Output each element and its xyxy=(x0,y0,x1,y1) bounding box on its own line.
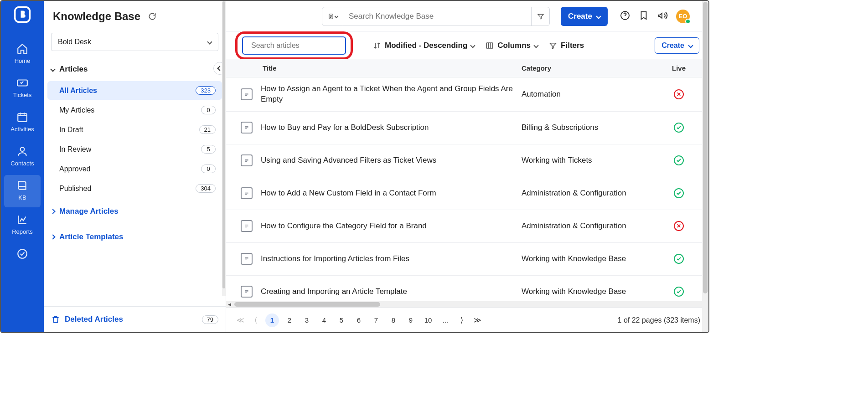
status-live-icon xyxy=(674,123,684,133)
pager-page[interactable]: 5 xyxy=(335,313,348,327)
deleted-label: Deleted Articles xyxy=(65,315,123,324)
columns-icon xyxy=(486,41,494,50)
status-live-icon xyxy=(674,254,684,264)
pager-page[interactable]: 4 xyxy=(317,313,331,327)
nav-label: Reports xyxy=(12,228,33,235)
nav-kb[interactable]: KB xyxy=(4,175,41,207)
category-item[interactable]: All Articles323 xyxy=(47,81,222,100)
manage-articles-link[interactable]: Manage Articles xyxy=(44,199,226,224)
svg-point-3 xyxy=(21,147,25,151)
link-label: Manage Articles xyxy=(59,207,119,216)
help-icon xyxy=(620,10,630,21)
pager-last[interactable]: ≫ xyxy=(471,316,483,324)
table-row[interactable]: Using and Saving Advanced Filters as Tic… xyxy=(226,144,708,177)
section-label: Articles xyxy=(59,65,88,74)
avatar-initials: EO xyxy=(679,13,687,20)
table-row[interactable]: How to Assign an Agent to a Ticket When … xyxy=(226,77,708,112)
app-logo[interactable] xyxy=(12,5,32,25)
nav-label: Tickets xyxy=(13,92,32,98)
category-item[interactable]: In Draft21 xyxy=(47,120,222,139)
col-live[interactable]: Live xyxy=(649,64,708,72)
global-search[interactable] xyxy=(322,7,550,26)
refresh-icon[interactable] xyxy=(148,12,157,21)
table-row[interactable]: Instructions for Importing Articles from… xyxy=(226,243,708,276)
category-label: Approved xyxy=(59,165,91,173)
funnel-icon xyxy=(549,41,557,50)
category-item[interactable]: My Articles0 xyxy=(47,101,222,119)
create-article-button[interactable]: Create xyxy=(655,37,699,54)
category-count: 0 xyxy=(201,164,216,173)
columns-button[interactable]: Columns xyxy=(486,41,538,50)
table-row[interactable]: Creating and Importing an Article Templa… xyxy=(226,276,708,301)
article-title: How to Add a New Custom Field in a Conta… xyxy=(261,188,522,199)
calendar-icon xyxy=(16,111,28,123)
nav-reports[interactable]: Reports xyxy=(4,209,41,242)
chevron-right-icon xyxy=(50,209,55,214)
category-label: In Draft xyxy=(59,126,83,134)
chevron-down-icon xyxy=(596,14,601,19)
deleted-articles-link[interactable]: Deleted Articles 79 xyxy=(44,306,226,332)
pager-page[interactable]: 3 xyxy=(300,313,314,327)
table-row[interactable]: How to Add a New Custom Field in a Conta… xyxy=(226,177,708,210)
grid-body: How to Assign an Agent to a Ticket When … xyxy=(226,77,708,301)
col-category[interactable]: Category xyxy=(522,64,649,72)
window-scrollbar[interactable] xyxy=(702,1,708,332)
article-title: How to Buy and Pay for a BoldDesk Subscr… xyxy=(261,123,522,133)
table-row[interactable]: How to Configure the Category Field for … xyxy=(226,210,708,243)
status-live-icon xyxy=(674,287,684,297)
nav-contacts[interactable]: Contacts xyxy=(4,141,41,173)
user-avatar[interactable]: EO xyxy=(676,10,690,23)
brand-select[interactable]: Bold Desk xyxy=(51,33,218,51)
global-search-input[interactable] xyxy=(343,12,531,21)
category-item[interactable]: Approved0 xyxy=(47,159,222,178)
sort-button[interactable]: Modified - Descending xyxy=(373,41,475,50)
nav-activities[interactable]: Activities xyxy=(4,107,41,139)
category-item[interactable]: Published304 xyxy=(47,179,222,198)
article-category: Working with Knowledge Base xyxy=(522,287,649,296)
article-templates-link[interactable]: Article Templates xyxy=(44,224,226,250)
nav-label: Activities xyxy=(10,126,34,133)
help-button[interactable] xyxy=(620,10,630,23)
article-search[interactable] xyxy=(242,36,346,55)
global-search-filter[interactable] xyxy=(531,7,549,26)
pager: ≪ ⟨ 12345678910...⟩≫ 1 of 22 pages (323 … xyxy=(226,308,708,332)
category-count: 5 xyxy=(201,145,216,154)
sidebar-scrollbar[interactable] xyxy=(222,1,226,296)
articles-section-header[interactable]: Articles xyxy=(44,58,226,80)
nav-tasks[interactable] xyxy=(4,243,41,260)
pager-next[interactable]: ⟩ xyxy=(456,316,468,324)
pager-page[interactable]: ... xyxy=(439,313,452,327)
pager-prev[interactable]: ⟨ xyxy=(250,316,262,324)
search-type-dropdown[interactable] xyxy=(322,7,343,26)
status-live-icon xyxy=(674,155,684,165)
person-icon xyxy=(16,145,28,157)
article-icon xyxy=(241,154,253,166)
svg-rect-8 xyxy=(487,43,493,48)
nav-home[interactable]: Home xyxy=(4,38,41,71)
category-count: 0 xyxy=(201,106,216,114)
link-label: Article Templates xyxy=(59,232,123,242)
filters-button[interactable]: Filters xyxy=(549,41,584,50)
col-title[interactable]: Title xyxy=(261,64,522,72)
create-button[interactable]: Create xyxy=(561,7,608,26)
nav-label: Contacts xyxy=(10,160,34,167)
book-icon xyxy=(16,180,28,191)
pager-page[interactable]: 1 xyxy=(265,313,279,327)
article-title: How to Assign an Agent to a Ticket When … xyxy=(261,84,522,105)
pager-page[interactable]: 7 xyxy=(369,313,383,327)
pager-page[interactable]: 10 xyxy=(421,313,435,327)
main-content: Create EO Modified - Descending xyxy=(226,1,708,332)
svg-point-4 xyxy=(18,249,27,258)
bookmark-button[interactable] xyxy=(639,10,649,22)
pager-first[interactable]: ≪ xyxy=(234,316,246,324)
pager-page[interactable]: 6 xyxy=(352,313,366,327)
pager-page[interactable]: 8 xyxy=(387,313,400,327)
pager-page[interactable]: 9 xyxy=(404,313,418,327)
table-row[interactable]: How to Buy and Pay for a BoldDesk Subscr… xyxy=(226,112,708,144)
nav-tickets[interactable]: Tickets xyxy=(4,72,41,105)
horizontal-scrollbar[interactable]: ◀▶ xyxy=(226,301,708,308)
article-search-input[interactable] xyxy=(251,41,342,50)
category-item[interactable]: In Review5 xyxy=(47,140,222,159)
pager-page[interactable]: 2 xyxy=(283,313,296,327)
announce-button[interactable] xyxy=(657,10,668,23)
